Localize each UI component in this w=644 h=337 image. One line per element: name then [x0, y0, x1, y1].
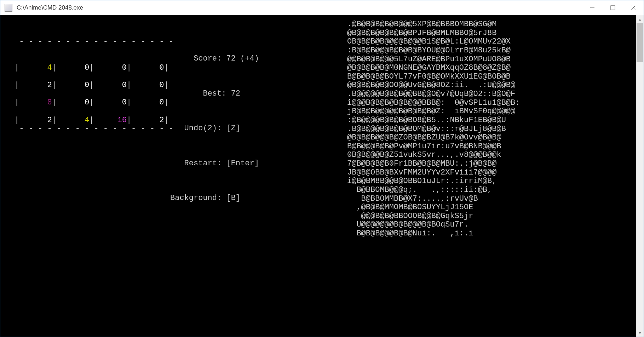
vertical-scrollbar[interactable]: ▴ ▾ — [636, 15, 644, 337]
app-window: C:\Anime\CMD 2048.exe - - - - - - - - - … — [0, 0, 644, 337]
close-icon — [631, 5, 636, 10]
best-value: 72 — [231, 89, 240, 98]
minimize-icon — [590, 5, 595, 10]
score-label: Score: — [170, 54, 222, 63]
maximize-button[interactable] — [603, 0, 623, 15]
background-label: Background: — [170, 194, 222, 202]
close-button[interactable] — [623, 0, 644, 15]
scroll-track[interactable] — [636, 23, 644, 329]
board-cell: 0 — [94, 81, 126, 90]
ascii-art: .@B@B@B@B@B@@@5XP@B@BBBOMBB@SG@M @B@B@B@… — [347, 20, 520, 238]
board-row: | 8| 0| 0| 0| — [15, 98, 173, 107]
restart-label: Restart: — [170, 159, 222, 168]
console-area: - - - - - - - - - - - - - - - - - | 4| 0… — [0, 15, 644, 337]
board-row: | 2| 0| 0| 0| — [15, 81, 173, 90]
score-value: 72 (+4) — [226, 54, 259, 63]
board-cell: 2 — [19, 116, 52, 125]
board-cell: 2 — [131, 116, 164, 125]
board-cell: 0 — [131, 98, 164, 107]
minimize-button[interactable] — [582, 0, 603, 15]
undo-key: Z — [231, 124, 236, 133]
board-cell: 0 — [131, 81, 164, 90]
titlebar[interactable]: C:\Anime\CMD 2048.exe — [0, 0, 644, 15]
board-cell: 2 — [19, 81, 52, 90]
board-cell: 0 — [94, 63, 126, 72]
board-border-top: - - - - - - - - - - - - - - - - - — [15, 38, 173, 46]
scroll-up-button[interactable]: ▴ — [636, 15, 644, 23]
board-cell: 0 — [57, 81, 89, 90]
game-board: - - - - - - - - - - - - - - - - - | 4| 0… — [15, 20, 173, 151]
restart-key: Enter — [231, 159, 254, 168]
board-cell: 4 — [19, 63, 52, 72]
svg-rect-1 — [611, 6, 615, 10]
board-cell: 0 — [94, 98, 126, 107]
board-cell: 0 — [57, 63, 89, 72]
board-border-bottom: - - - - - - - - - - - - - - - - - — [15, 125, 173, 133]
best-label: Best: — [175, 89, 226, 98]
board-cell: 0 — [57, 98, 89, 107]
window-title: C:\Anime\CMD 2048.exe — [17, 4, 582, 11]
maximize-icon — [610, 5, 615, 10]
scroll-thumb[interactable] — [637, 23, 643, 62]
scroll-down-button[interactable]: ▾ — [636, 329, 644, 337]
board-cell: 8 — [19, 98, 52, 107]
info-panel: Score: 72 (+4) Best: 72 Undo(2): [Z] Res… — [170, 37, 259, 229]
app-icon — [5, 4, 12, 12]
window-controls — [582, 0, 644, 15]
board-cell: 4 — [57, 116, 89, 125]
board-row: | 4| 0| 0| 0| — [15, 64, 173, 73]
board-row: | 2| 4| 16| 2| — [15, 116, 173, 125]
board-cell: 16 — [94, 116, 126, 125]
board-cell: 0 — [131, 63, 164, 72]
console-content[interactable]: - - - - - - - - - - - - - - - - - | 4| 0… — [0, 15, 636, 337]
undo-label: Undo(2): — [170, 124, 222, 133]
background-key: B — [231, 194, 236, 202]
